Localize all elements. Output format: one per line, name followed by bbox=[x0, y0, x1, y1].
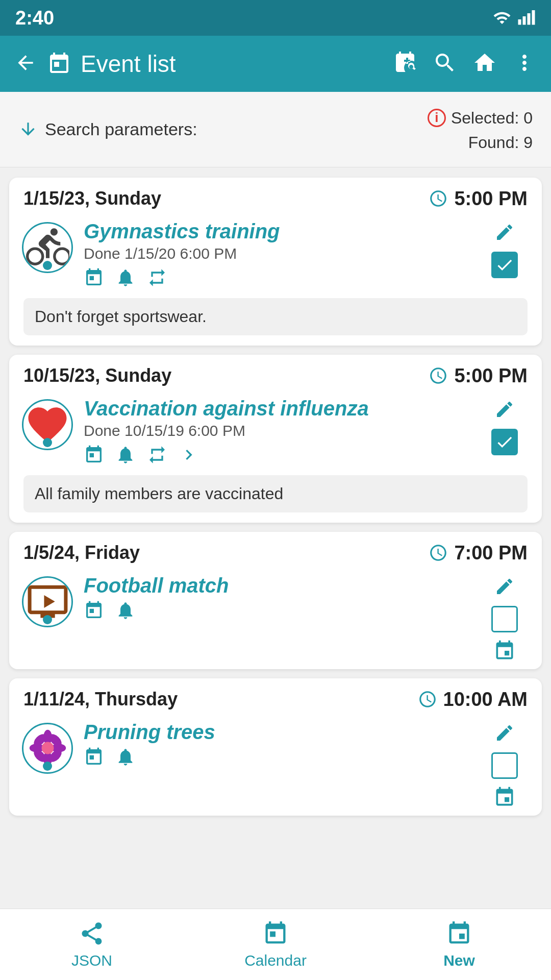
event-icon-col-3 bbox=[19, 574, 76, 664]
event-controls-2 bbox=[482, 397, 528, 465]
calendar-action-icon-4[interactable] bbox=[84, 747, 104, 767]
app-bar: Event list bbox=[0, 36, 551, 92]
svg-rect-2 bbox=[528, 13, 531, 25]
event-action-icons-1 bbox=[84, 267, 473, 288]
svg-rect-1 bbox=[523, 16, 526, 25]
search-params-label: Search parameters: bbox=[45, 119, 197, 139]
event-done-2: Done 10/15/19 6:00 PM bbox=[84, 422, 473, 439]
event-name-3: Football match bbox=[84, 574, 473, 597]
bell-icon-2[interactable] bbox=[115, 445, 136, 465]
event-header-3: 1/5/24, Friday 7:00 PM bbox=[9, 532, 542, 569]
event-list: 1/15/23, Sunday 5:00 PM Gymnastics train… bbox=[0, 167, 551, 826]
signal-icon bbox=[517, 9, 536, 27]
more-button[interactable] bbox=[512, 51, 537, 77]
event-note-2: All family members are vaccinated bbox=[23, 475, 528, 512]
event-name-2: Vaccination against influenza bbox=[84, 397, 473, 420]
event-note-1: Don't forget sportswear. bbox=[23, 298, 528, 335]
clock-icon bbox=[429, 189, 448, 208]
down-arrow-icon bbox=[18, 119, 38, 139]
event-date-4: 1/11/24, Thursday bbox=[23, 689, 178, 710]
checkbox-3[interactable] bbox=[491, 606, 518, 632]
nav-item-new[interactable]: New bbox=[367, 909, 551, 980]
nav-item-json[interactable]: JSON bbox=[0, 909, 184, 980]
event-done-1: Done 1/15/20 6:00 PM bbox=[84, 245, 473, 262]
event-body-2: Vaccination against influenza Done 10/15… bbox=[9, 392, 542, 470]
new-event-icon bbox=[446, 920, 472, 947]
event-time-1: 5:00 PM bbox=[429, 188, 528, 210]
event-details-3: Football match bbox=[84, 574, 473, 664]
nav-label-new: New bbox=[443, 952, 475, 969]
edit-button-2[interactable] bbox=[494, 399, 515, 422]
calendar-action-icon-2[interactable] bbox=[84, 445, 104, 465]
calendar-action-icon-3[interactable] bbox=[84, 600, 104, 621]
event-details-2: Vaccination against influenza Done 10/15… bbox=[84, 397, 473, 465]
red-bell-icon-4[interactable] bbox=[115, 747, 136, 767]
share-icon bbox=[79, 920, 105, 947]
event-action-icons-2 bbox=[84, 445, 473, 465]
event-date-3: 1/5/24, Friday bbox=[23, 542, 140, 564]
event-time-3: 7:00 PM bbox=[429, 542, 528, 564]
edit-button-3[interactable] bbox=[494, 576, 515, 599]
bottom-nav: JSON Calendar New bbox=[0, 909, 551, 980]
checkbox-4[interactable] bbox=[491, 752, 518, 779]
event-card-2: 10/15/23, Sunday 5:00 PM Vaccination aga… bbox=[9, 355, 542, 523]
event-details-1: Gymnastics training Done 1/15/20 6:00 PM bbox=[84, 220, 473, 288]
event-controls-1 bbox=[482, 220, 528, 288]
search-params[interactable]: Search parameters: bbox=[18, 119, 197, 139]
event-details-4: Pruning trees bbox=[84, 721, 473, 811]
event-controls-4 bbox=[482, 721, 528, 811]
search-stats: i Selected: 0 Found: 9 bbox=[428, 104, 533, 155]
selected-count: Selected: 0 bbox=[451, 106, 533, 130]
event-icon-col-4 bbox=[19, 721, 76, 811]
event-action-icons-4 bbox=[84, 747, 473, 767]
info-icon: i bbox=[428, 109, 446, 127]
bell-icon-3[interactable] bbox=[115, 600, 136, 621]
wifi-icon bbox=[493, 9, 511, 27]
event-header-1: 1/15/23, Sunday 5:00 PM bbox=[9, 178, 542, 215]
home-button[interactable] bbox=[472, 51, 497, 77]
search-button[interactable] bbox=[433, 51, 457, 77]
event-body-4: Pruning trees bbox=[9, 716, 542, 816]
event-date-1: 1/15/23, Sunday bbox=[23, 188, 161, 209]
nav-item-calendar[interactable]: Calendar bbox=[184, 909, 367, 980]
event-name-1: Gymnastics training bbox=[84, 220, 473, 243]
event-body-3: Football match bbox=[9, 569, 542, 669]
app-bar-icons bbox=[393, 51, 537, 77]
status-time: 2:40 bbox=[15, 7, 54, 29]
svg-rect-3 bbox=[532, 10, 535, 25]
edit-button-1[interactable] bbox=[494, 222, 515, 244]
chevron-right-icon[interactable] bbox=[179, 445, 199, 465]
app-bar-title: Event list bbox=[47, 50, 383, 78]
event-body-1: Gymnastics training Done 1/15/20 6:00 PM bbox=[9, 215, 542, 293]
event-controls-3 bbox=[482, 574, 528, 664]
status-icons bbox=[493, 9, 536, 27]
nav-label-calendar: Calendar bbox=[244, 952, 307, 969]
checkbox-1[interactable] bbox=[491, 252, 518, 278]
calendar-search-button[interactable] bbox=[393, 51, 417, 77]
repeat-icon[interactable] bbox=[147, 267, 167, 288]
transfer-button-3[interactable] bbox=[493, 640, 516, 664]
clock-icon-2 bbox=[429, 366, 448, 385]
transfer-button-4[interactable] bbox=[493, 786, 516, 811]
bell-icon[interactable] bbox=[115, 267, 136, 288]
found-count: Found: 9 bbox=[428, 130, 533, 155]
event-card-3: 1/5/24, Friday 7:00 PM bbox=[9, 532, 542, 669]
nav-label-json: JSON bbox=[71, 952, 112, 969]
event-icon-col-1 bbox=[19, 220, 76, 288]
svg-rect-0 bbox=[518, 19, 521, 25]
event-icon-col-2 bbox=[19, 397, 76, 465]
back-button[interactable] bbox=[14, 52, 37, 76]
checkbox-2[interactable] bbox=[491, 429, 518, 455]
event-name-4: Pruning trees bbox=[84, 721, 473, 744]
event-action-icons-3 bbox=[84, 600, 473, 621]
repeat-icon-2[interactable] bbox=[147, 445, 167, 465]
svg-point-13 bbox=[41, 742, 54, 754]
clock-icon-4 bbox=[418, 690, 437, 709]
calendar-action-icon[interactable] bbox=[84, 267, 104, 288]
calendar-nav-icon bbox=[262, 920, 289, 947]
edit-button-4[interactable] bbox=[494, 723, 515, 745]
event-time-4: 10:00 AM bbox=[418, 689, 528, 710]
event-header-2: 10/15/23, Sunday 5:00 PM bbox=[9, 355, 542, 392]
event-card-4: 1/11/24, Thursday 10:00 AM bbox=[9, 678, 542, 816]
event-date-2: 10/15/23, Sunday bbox=[23, 365, 171, 386]
